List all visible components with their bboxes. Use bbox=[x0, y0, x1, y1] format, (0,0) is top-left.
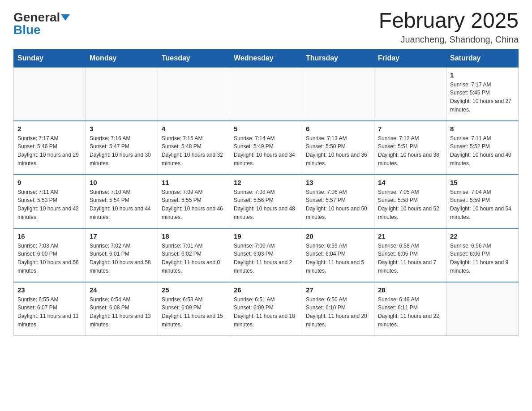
weekday-header-sunday: Sunday bbox=[14, 49, 86, 67]
day-sun-info: Sunrise: 7:15 AMSunset: 5:48 PMDaylight:… bbox=[162, 134, 226, 167]
calendar-week-row: 9Sunrise: 7:11 AMSunset: 5:53 PMDaylight… bbox=[14, 175, 519, 228]
calendar-week-row: 16Sunrise: 7:03 AMSunset: 6:00 PMDayligh… bbox=[14, 228, 519, 282]
day-number: 19 bbox=[234, 232, 298, 240]
day-sun-info: Sunrise: 7:06 AMSunset: 5:57 PMDaylight:… bbox=[306, 188, 370, 221]
day-sun-info: Sunrise: 6:55 AMSunset: 6:07 PMDaylight:… bbox=[17, 295, 82, 329]
logo: General Blue bbox=[13, 9, 70, 36]
day-number: 6 bbox=[306, 125, 370, 133]
day-number: 12 bbox=[234, 179, 298, 186]
location: Juancheng, Shandong, China bbox=[379, 34, 519, 45]
logo-triangle-icon bbox=[61, 14, 70, 21]
day-number: 2 bbox=[17, 125, 82, 133]
calendar-day-cell: 15Sunrise: 7:04 AMSunset: 5:59 PMDayligh… bbox=[446, 175, 519, 228]
calendar-day-cell: 3Sunrise: 7:16 AMSunset: 5:47 PMDaylight… bbox=[86, 121, 158, 175]
calendar-day-cell: 23Sunrise: 6:55 AMSunset: 6:07 PMDayligh… bbox=[14, 282, 86, 336]
day-sun-info: Sunrise: 7:08 AMSunset: 5:56 PMDaylight:… bbox=[234, 188, 298, 221]
calendar-day-cell: 7Sunrise: 7:12 AMSunset: 5:51 PMDaylight… bbox=[374, 121, 446, 175]
day-sun-info: Sunrise: 7:01 AMSunset: 6:02 PMDaylight:… bbox=[162, 242, 226, 275]
day-number: 5 bbox=[234, 125, 298, 133]
day-sun-info: Sunrise: 7:12 AMSunset: 5:51 PMDaylight:… bbox=[378, 134, 442, 167]
day-number: 7 bbox=[378, 125, 442, 133]
calendar-day-cell: 28Sunrise: 6:49 AMSunset: 6:11 PMDayligh… bbox=[374, 282, 446, 336]
day-sun-info: Sunrise: 6:53 AMSunset: 6:09 PMDaylight:… bbox=[162, 295, 226, 329]
calendar-day-cell bbox=[86, 67, 158, 121]
day-sun-info: Sunrise: 7:14 AMSunset: 5:49 PMDaylight:… bbox=[234, 134, 298, 167]
calendar-day-cell: 13Sunrise: 7:06 AMSunset: 5:57 PMDayligh… bbox=[302, 175, 374, 228]
day-number: 22 bbox=[450, 232, 515, 240]
day-sun-info: Sunrise: 7:03 AMSunset: 6:00 PMDaylight:… bbox=[17, 242, 82, 275]
weekday-header-monday: Monday bbox=[86, 49, 158, 67]
day-number: 24 bbox=[90, 286, 154, 294]
calendar-day-cell: 21Sunrise: 6:58 AMSunset: 6:05 PMDayligh… bbox=[374, 228, 446, 282]
day-sun-info: Sunrise: 6:54 AMSunset: 6:08 PMDaylight:… bbox=[90, 295, 154, 329]
calendar-day-cell: 24Sunrise: 6:54 AMSunset: 6:08 PMDayligh… bbox=[86, 282, 158, 336]
day-sun-info: Sunrise: 7:00 AMSunset: 6:03 PMDaylight:… bbox=[234, 242, 298, 275]
calendar-day-cell bbox=[302, 67, 374, 121]
day-number: 23 bbox=[17, 286, 82, 294]
day-sun-info: Sunrise: 6:59 AMSunset: 6:04 PMDaylight:… bbox=[306, 242, 370, 275]
calendar-day-cell: 8Sunrise: 7:11 AMSunset: 5:52 PMDaylight… bbox=[446, 121, 519, 175]
calendar-day-cell: 10Sunrise: 7:10 AMSunset: 5:54 PMDayligh… bbox=[86, 175, 158, 228]
calendar-day-cell: 27Sunrise: 6:50 AMSunset: 6:10 PMDayligh… bbox=[302, 282, 374, 336]
day-number: 26 bbox=[234, 286, 298, 294]
day-number: 9 bbox=[17, 179, 82, 186]
calendar-day-cell: 19Sunrise: 7:00 AMSunset: 6:03 PMDayligh… bbox=[230, 228, 302, 282]
page-header: General Blue February 2025 Juancheng, Sh… bbox=[13, 9, 519, 45]
calendar-day-cell: 22Sunrise: 6:56 AMSunset: 6:06 PMDayligh… bbox=[446, 228, 519, 282]
day-sun-info: Sunrise: 7:04 AMSunset: 5:59 PMDaylight:… bbox=[450, 188, 515, 221]
logo-blue: Blue bbox=[13, 24, 41, 36]
day-number: 16 bbox=[17, 232, 82, 240]
calendar-day-cell: 25Sunrise: 6:53 AMSunset: 6:09 PMDayligh… bbox=[158, 282, 230, 336]
day-number: 18 bbox=[162, 232, 226, 240]
day-number: 20 bbox=[306, 232, 370, 240]
day-sun-info: Sunrise: 7:13 AMSunset: 5:50 PMDaylight:… bbox=[306, 134, 370, 167]
day-number: 11 bbox=[162, 179, 226, 186]
logo-general: General bbox=[13, 11, 60, 24]
day-number: 14 bbox=[378, 179, 442, 186]
calendar-day-cell: 6Sunrise: 7:13 AMSunset: 5:50 PMDaylight… bbox=[302, 121, 374, 175]
day-number: 4 bbox=[162, 125, 226, 133]
calendar-week-row: 2Sunrise: 7:17 AMSunset: 5:46 PMDaylight… bbox=[14, 121, 519, 175]
day-sun-info: Sunrise: 7:16 AMSunset: 5:47 PMDaylight:… bbox=[90, 134, 154, 167]
day-number: 13 bbox=[306, 179, 370, 186]
day-sun-info: Sunrise: 7:17 AMSunset: 5:46 PMDaylight:… bbox=[17, 134, 82, 167]
calendar-day-cell bbox=[230, 67, 302, 121]
calendar-day-cell bbox=[374, 67, 446, 121]
day-sun-info: Sunrise: 7:05 AMSunset: 5:58 PMDaylight:… bbox=[378, 188, 442, 221]
day-number: 15 bbox=[450, 179, 515, 186]
day-sun-info: Sunrise: 6:58 AMSunset: 6:05 PMDaylight:… bbox=[378, 242, 442, 275]
calendar-day-cell: 2Sunrise: 7:17 AMSunset: 5:46 PMDaylight… bbox=[14, 121, 86, 175]
calendar-day-cell: 5Sunrise: 7:14 AMSunset: 5:49 PMDaylight… bbox=[230, 121, 302, 175]
calendar-day-cell: 12Sunrise: 7:08 AMSunset: 5:56 PMDayligh… bbox=[230, 175, 302, 228]
calendar-day-cell bbox=[14, 67, 86, 121]
calendar-day-cell: 20Sunrise: 6:59 AMSunset: 6:04 PMDayligh… bbox=[302, 228, 374, 282]
day-sun-info: Sunrise: 7:17 AMSunset: 5:45 PMDaylight:… bbox=[450, 81, 515, 114]
weekday-header-saturday: Saturday bbox=[446, 49, 519, 67]
calendar-day-cell: 11Sunrise: 7:09 AMSunset: 5:55 PMDayligh… bbox=[158, 175, 230, 228]
day-number: 25 bbox=[162, 286, 226, 294]
weekday-header-thursday: Thursday bbox=[302, 49, 374, 67]
calendar-week-row: 1Sunrise: 7:17 AMSunset: 5:45 PMDaylight… bbox=[14, 67, 519, 121]
day-sun-info: Sunrise: 6:56 AMSunset: 6:06 PMDaylight:… bbox=[450, 242, 515, 275]
calendar-day-cell: 17Sunrise: 7:02 AMSunset: 6:01 PMDayligh… bbox=[86, 228, 158, 282]
calendar-day-cell: 4Sunrise: 7:15 AMSunset: 5:48 PMDaylight… bbox=[158, 121, 230, 175]
calendar-day-cell: 18Sunrise: 7:01 AMSunset: 6:02 PMDayligh… bbox=[158, 228, 230, 282]
day-sun-info: Sunrise: 7:11 AMSunset: 5:52 PMDaylight:… bbox=[450, 134, 515, 167]
day-sun-info: Sunrise: 7:09 AMSunset: 5:55 PMDaylight:… bbox=[162, 188, 226, 221]
calendar-day-cell: 1Sunrise: 7:17 AMSunset: 5:45 PMDaylight… bbox=[446, 67, 519, 121]
calendar-day-cell: 9Sunrise: 7:11 AMSunset: 5:53 PMDaylight… bbox=[14, 175, 86, 228]
calendar-day-cell: 14Sunrise: 7:05 AMSunset: 5:58 PMDayligh… bbox=[374, 175, 446, 228]
month-title: February 2025 bbox=[379, 9, 519, 33]
day-sun-info: Sunrise: 7:11 AMSunset: 5:53 PMDaylight:… bbox=[17, 188, 82, 221]
day-sun-info: Sunrise: 7:10 AMSunset: 5:54 PMDaylight:… bbox=[90, 188, 154, 221]
weekday-header-friday: Friday bbox=[374, 49, 446, 67]
calendar-day-cell bbox=[446, 282, 519, 336]
day-number: 3 bbox=[90, 125, 154, 133]
title-block: February 2025 Juancheng, Shandong, China bbox=[379, 9, 519, 45]
weekday-header-tuesday: Tuesday bbox=[158, 49, 230, 67]
day-number: 21 bbox=[378, 232, 442, 240]
day-number: 8 bbox=[450, 125, 515, 133]
day-sun-info: Sunrise: 6:51 AMSunset: 6:09 PMDaylight:… bbox=[234, 295, 298, 329]
day-number: 1 bbox=[450, 71, 515, 79]
day-sun-info: Sunrise: 6:49 AMSunset: 6:11 PMDaylight:… bbox=[378, 295, 442, 329]
